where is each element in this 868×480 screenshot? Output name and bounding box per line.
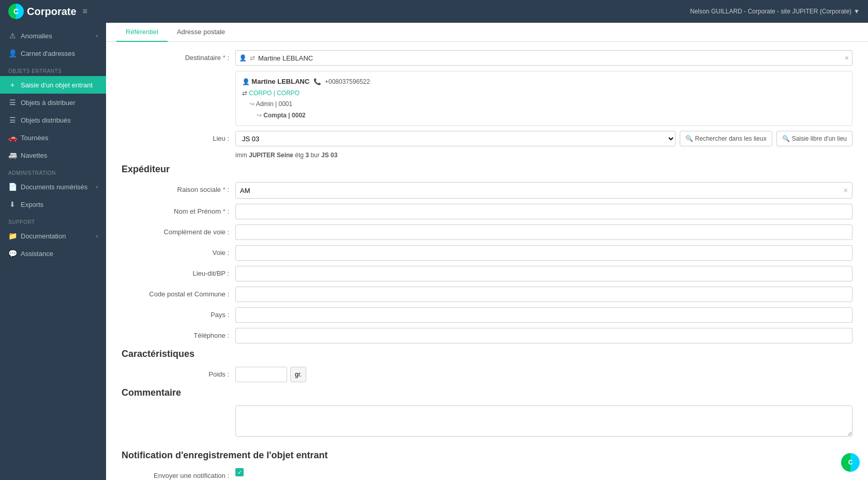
tab-referentiel-label: Référentiel — [126, 28, 158, 36]
notification-section: Notification d'enregistrement de l'objet… — [106, 450, 868, 480]
destinataire-label: Destinataire * : — [122, 50, 235, 62]
poids-row: Poids : gr. — [122, 367, 852, 382]
telephone-control — [235, 328, 852, 343]
destinataire-input-wrap[interactable]: 👤 ⇄ Martine LEBLANC × — [235, 50, 852, 66]
arrows-icon: ⇄ — [250, 54, 255, 62]
required-star: * — [223, 54, 226, 62]
dest-phone-number: +008037596522 — [325, 78, 370, 85]
pays-label: Pays : — [122, 307, 235, 319]
sidebar-item-label: Carnet d'adresses — [21, 50, 75, 57]
envoyer-notif-label: Envoyer une notification : — [122, 468, 235, 479]
sidebar-item-documents-numerises[interactable]: 📄 Documents numérisés › — [0, 178, 106, 196]
complement-voie-input[interactable] — [235, 224, 852, 240]
telephone-row: Téléphone : — [122, 328, 852, 343]
envoyer-notif-row: Envoyer une notification : — [122, 468, 852, 479]
code-postal-input[interactable] — [235, 287, 852, 302]
folder-icon: 📁 — [8, 232, 17, 240]
complement-voie-control — [235, 224, 852, 240]
telephone-label: Téléphone : — [122, 328, 235, 339]
sidebar-item-label: Navettes — [21, 152, 47, 159]
tab-adresse-postale[interactable]: Adresse postale — [168, 23, 234, 42]
destinataire-clear-btn[interactable]: × — [845, 54, 849, 62]
poids-input[interactable] — [235, 367, 287, 382]
sidebar-item-label: Assistance — [21, 250, 53, 258]
poids-unit: gr. — [290, 367, 306, 382]
sidebar-item-label: Anomalies — [21, 32, 52, 40]
sidebar-item-objets-distribues[interactable]: ☰ Objets distribués — [0, 111, 106, 129]
sidebar-item-label: Documents numérisés — [21, 183, 87, 191]
menu-hamburger-icon[interactable]: ≡ — [83, 7, 87, 16]
btn-saisie-libre[interactable]: 🔍 Saisie libre d'un lieu — [776, 131, 852, 146]
dest-company-row: ⇄ CORPO | CORPO — [242, 88, 846, 99]
tab-referentiel[interactable]: Référentiel — [116, 23, 168, 42]
destinataire-row: Destinataire * : 👤 ⇄ Martine LEBLANC × — [122, 50, 852, 66]
required-star3: * — [223, 207, 226, 215]
btn-rechercher-label: Rechercher dans les lieux — [695, 135, 767, 142]
tab-adresse-postale-label: Adresse postale — [177, 28, 225, 36]
lieu-control: JS 03 🔍 Rechercher dans les lieux 🔍 Sais… — [235, 131, 852, 146]
sidebar-item-saisie-objet-entrant[interactable]: + Saisie d'un objet entrant — [0, 76, 106, 94]
topbar-user-info: Nelson GUILLARD - Corporate - site JUPIT… — [690, 8, 860, 15]
sidebar-item-label: Tournées — [21, 134, 48, 142]
caracteristiques-title: Caractéristiques — [122, 349, 852, 359]
sidebar-item-carnet-adresses[interactable]: 👤 Carnet d'adresses — [0, 44, 106, 62]
lieu-hint-etg: 3 — [305, 152, 309, 159]
commentaire-textarea[interactable] — [235, 406, 852, 437]
pays-input[interactable] — [235, 307, 852, 323]
tabs-bar: Référentiel Adresse postale — [106, 23, 868, 42]
list-icon: ☰ — [8, 98, 17, 107]
poids-label: Poids : — [122, 367, 235, 378]
commentaire-title: Commentaire — [122, 387, 852, 398]
complement-voie-row: Complément de voie : — [122, 224, 852, 240]
form-section: Destinataire * : 👤 ⇄ Martine LEBLANC × 👤 — [106, 42, 868, 450]
pays-control — [235, 307, 852, 323]
telephone-input[interactable] — [235, 328, 852, 343]
sidebar-item-label: Exports — [21, 201, 43, 208]
lieu-select[interactable]: JS 03 — [235, 131, 676, 146]
sidebar-item-assistance[interactable]: 💬 Assistance — [0, 245, 106, 262]
lieu-row: Lieu : JS 03 🔍 Rechercher dans les lieux… — [122, 131, 852, 146]
chat-icon: 💬 — [8, 249, 17, 258]
plus-icon: + — [8, 81, 17, 89]
sidebar-item-exports[interactable]: ⬇ Exports — [0, 196, 106, 213]
code-postal-row: Code postal et Commune : — [122, 287, 852, 302]
bus-icon: 🚐 — [8, 151, 17, 159]
destinataire-dropdown: 👤 Martine LEBLANC 📞 +008037596522 ⇄ CORP… — [235, 71, 852, 126]
nom-prenom-input[interactable] — [235, 204, 852, 219]
arrow-right2-icon: ↪ — [257, 112, 263, 119]
lieu-hint-bur: JS 03 — [321, 152, 337, 159]
lieu-dit-row: Lieu-dit/BP : — [122, 266, 852, 281]
raison-sociale-input[interactable] — [236, 183, 840, 198]
search2-icon: 🔍 — [782, 135, 790, 142]
sidebar-item-anomalies[interactable]: ⚠ Anomalies › — [0, 27, 106, 44]
raison-sociale-label: Raison sociale * : — [122, 182, 235, 193]
raison-sociale-clear-btn[interactable]: × — [840, 186, 852, 194]
raison-sociale-control: × — [235, 182, 852, 199]
voie-input[interactable] — [235, 245, 852, 261]
sidebar-item-label: Objets à distribuer — [21, 99, 76, 107]
dest-admin-row: ↪ Admin | 0001 — [242, 99, 846, 110]
lieu-hint: imm JUPITER Seine étg 3 bur JS 03 — [235, 152, 852, 159]
main-content: Référentiel Adresse postale Destinataire… — [106, 23, 868, 480]
topbar: C Corporate ≡ Nelson GUILLARD - Corporat… — [0, 0, 868, 23]
sidebar-item-label: Objets distribués — [21, 116, 71, 124]
user-info-text: Nelson GUILLARD - Corporate - site JUPIT… — [690, 8, 851, 15]
poids-control: gr. — [235, 367, 852, 382]
bottom-right-logo[interactable]: C — [841, 453, 860, 472]
lieu-dit-input[interactable] — [235, 266, 852, 281]
voie-row: Voie : — [122, 245, 852, 261]
person-icon: 👤 — [239, 54, 247, 62]
btn-rechercher-lieux[interactable]: 🔍 Rechercher dans les lieux — [680, 131, 772, 146]
envoyer-notif-checkbox[interactable] — [235, 468, 244, 476]
sidebar-item-documentation[interactable]: 📁 Documentation › — [0, 227, 106, 245]
dest-person-icon: 👤 — [242, 78, 250, 85]
sidebar-item-navettes[interactable]: 🚐 Navettes — [0, 146, 106, 164]
expediteur-title: Expéditeur — [122, 164, 852, 175]
sidebar-item-tournees[interactable]: 🚗 Tournées — [0, 129, 106, 146]
user-dropdown-icon[interactable]: ▼ — [854, 8, 860, 15]
document-icon: 📄 — [8, 183, 17, 191]
logo[interactable]: C Corporate — [8, 4, 77, 19]
complement-voie-label: Complément de voie : — [122, 224, 235, 236]
sidebar-item-objets-distribuer[interactable]: ☰ Objets à distribuer — [0, 94, 106, 111]
pays-row: Pays : — [122, 307, 852, 323]
